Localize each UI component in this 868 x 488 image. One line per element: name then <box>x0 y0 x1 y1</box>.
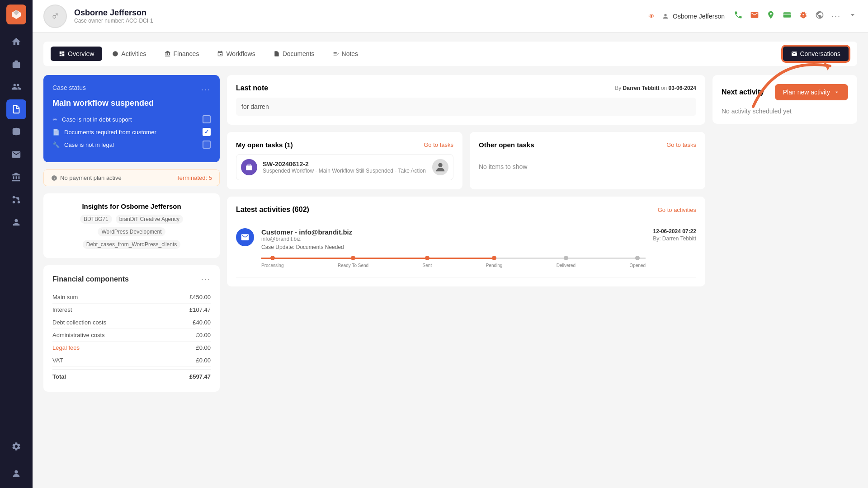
case-status-more[interactable]: ··· <box>201 85 211 94</box>
asterisk-icon: ✳ <box>52 116 57 123</box>
financial-header: Financial components ··· <box>52 274 211 284</box>
financial-row-3: Debt collection costs £40.00 <box>52 316 211 329</box>
email-header-icon[interactable] <box>750 10 759 22</box>
sidebar-item-cases[interactable] <box>6 54 26 74</box>
plan-new-activity-button[interactable]: Plan new activity <box>775 84 848 100</box>
top-header: ♂ Osborne Jefferson Case owner number: A… <box>33 0 868 33</box>
checklist-label-1: Case is not in debt support <box>62 116 132 123</box>
activity-content: Customer - info@brandit.biz info@brandit… <box>261 228 646 270</box>
svg-rect-7 <box>783 12 791 18</box>
tab-notes-label: Notes <box>342 50 359 57</box>
financial-value-5: £0.00 <box>196 344 211 351</box>
my-open-tasks-card: My open tasks (1) Go to tasks SW-2024061… <box>227 132 462 189</box>
financial-more[interactable]: ··· <box>201 274 211 284</box>
sidebar-item-groups[interactable] <box>6 212 26 232</box>
location-icon[interactable] <box>766 10 775 22</box>
checkbox-3[interactable] <box>203 141 211 149</box>
tab-notes[interactable]: Notes <box>325 47 367 61</box>
sidebar-item-documents[interactable] <box>6 99 26 119</box>
next-activity-title: Next activity <box>722 88 764 96</box>
chevron-down-icon[interactable] <box>848 10 857 22</box>
logo[interactable] <box>6 5 26 24</box>
financial-row-5: Legal fees £0.00 <box>52 342 211 354</box>
tab-conversations[interactable]: Conversations <box>782 45 850 62</box>
more-icon[interactable]: ··· <box>831 11 841 21</box>
plan-btn-label: Plan new activity <box>783 89 830 96</box>
sidebar-item-git[interactable] <box>6 190 26 210</box>
task-id: SW-20240612-2 <box>263 160 427 168</box>
header-actions: Osborne Jefferson <box>662 10 857 22</box>
tab-activities-label: Activities <box>121 50 146 57</box>
case-number: Case owner number: ACC-DCI-1 <box>74 18 637 24</box>
sidebar-item-database[interactable] <box>6 122 26 142</box>
task-info: SW-20240612-2 Suspended Workflow - Main … <box>263 160 427 174</box>
financial-value-2: £107.47 <box>189 306 211 313</box>
tab-overview[interactable]: Overview <box>51 47 102 61</box>
last-note-date: 03-06-2024 <box>669 85 696 91</box>
financial-label-4: Administrative costs <box>52 332 105 338</box>
tag-4: Debt_cases_from_WordPress_clients <box>83 240 181 249</box>
last-note-meta: By Darren Tebbitt on 03-06-2024 <box>615 85 696 91</box>
tab-overview-label: Overview <box>68 50 94 57</box>
sidebar-item-user-profile[interactable] <box>6 464 26 483</box>
tab-workflows[interactable]: Workflows <box>209 47 263 61</box>
no-payment-text: No payment plan active <box>60 174 122 181</box>
activity-by: By: Darren Tebbitt <box>653 235 696 242</box>
task-desc: Suspended Workflow - Main Workflow Still… <box>263 168 427 174</box>
financial-row-1: Main sum £450.00 <box>52 291 211 304</box>
tab-conversations-label: Conversations <box>800 50 841 57</box>
activity-meta: 12-06-2024 07:22 By: Darren Tebbitt <box>653 228 696 242</box>
last-note-by: Darren Tebbitt <box>623 85 659 91</box>
checkbox-2[interactable] <box>203 128 211 136</box>
case-name: Osborne Jefferson <box>74 8 637 18</box>
tab-documents[interactable]: Documents <box>265 47 323 61</box>
checkbox-1[interactable] <box>203 115 211 123</box>
bug-icon[interactable] <box>799 10 808 22</box>
financial-value-3: £40.00 <box>193 319 211 326</box>
globe-icon[interactable] <box>815 10 824 22</box>
tag-3: WordPress Development <box>98 227 165 236</box>
other-tasks-header: Other open tasks Go to tasks <box>479 141 696 149</box>
go-to-activities-link[interactable]: Go to activities <box>658 206 696 213</box>
case-status-title: Case status <box>52 84 86 91</box>
phone-icon[interactable] <box>734 10 743 22</box>
go-to-tasks-link[interactable]: Go to tasks <box>424 141 453 148</box>
svg-rect-8 <box>246 165 252 170</box>
wrench-icon: 🔧 <box>52 141 60 148</box>
my-tasks-header: My open tasks (1) Go to tasks <box>236 141 453 149</box>
note-text: for darren <box>241 103 269 110</box>
main-area: ♂ Osborne Jefferson Case owner number: A… <box>33 0 868 488</box>
financial-label-5[interactable]: Legal fees <box>52 344 80 351</box>
sidebar-item-home[interactable] <box>6 32 26 52</box>
financial-label-2: Interest <box>52 306 72 313</box>
financial-value-4: £0.00 <box>196 332 211 338</box>
tab-finances[interactable]: Finances <box>156 47 208 61</box>
svg-rect-0 <box>13 62 20 68</box>
eye-icon[interactable]: 👁 <box>648 13 655 20</box>
checklist-label-3: Case is not in legal <box>64 141 114 148</box>
sidebar-item-settings[interactable] <box>6 436 26 456</box>
step-delivered: Delivered <box>557 256 576 268</box>
latest-activities-card: Latest activities (602) Go to activities… <box>227 197 705 286</box>
last-note-title: Last note <box>236 84 268 92</box>
terminated-link[interactable]: Terminated: 5 <box>176 174 212 181</box>
sidebar-item-email[interactable] <box>6 145 26 164</box>
payment-info-text: No payment plan active <box>51 174 122 181</box>
financial-title: Financial components <box>52 275 129 283</box>
financial-value-6: £0.00 <box>196 357 211 364</box>
note-content: for darren <box>236 98 696 116</box>
checklist-item-1: ✳ Case is not in debt support <box>52 115 211 123</box>
other-go-to-tasks-link[interactable]: Go to tasks <box>666 141 696 148</box>
center-column: Last note By Darren Tebbitt on 03-06-202… <box>227 75 705 392</box>
financial-row-2: Interest £107.47 <box>52 304 211 316</box>
tab-activities[interactable]: Activities <box>104 47 154 61</box>
card-icon[interactable] <box>783 10 792 22</box>
svg-point-2 <box>18 201 20 204</box>
activity-email: info@brandit.biz <box>261 236 646 242</box>
insights-tags: BDTBG71 branDiT Creative Agency WordPres… <box>52 215 211 249</box>
activity-progress: Processing Ready To Send S <box>261 256 646 268</box>
sidebar-item-contacts[interactable] <box>6 77 26 97</box>
nav-tabs: Overview Activities Finances Workflows D… <box>43 42 857 66</box>
financial-row-4: Administrative costs £0.00 <box>52 329 211 342</box>
sidebar-item-bank[interactable] <box>6 167 26 187</box>
